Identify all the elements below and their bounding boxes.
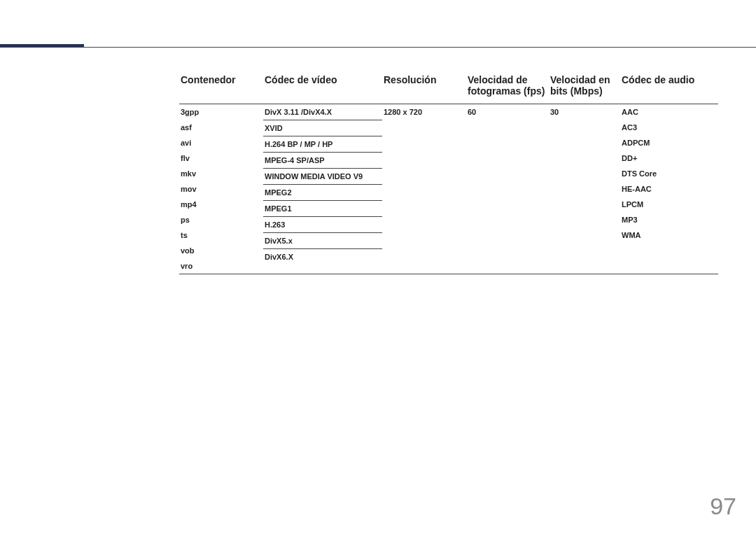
acodec-item: ADPCM [620, 135, 718, 150]
container-item: flv [179, 150, 263, 166]
container-item: mov [179, 181, 263, 197]
main-content: Contenedor Códec de vídeo Resolución Vel… [179, 70, 718, 274]
acodec-item: LPCM [620, 197, 718, 212]
container-item: avi [179, 135, 263, 150]
cell-containers: 3gpp asf avi flv mkv mov mp4 ps ts vob v… [179, 104, 263, 274]
vcodec-item: DivX5.x [263, 233, 382, 249]
acodec-item: MP3 [620, 212, 718, 227]
vcodec-item: DivX 3.11 /DivX4.X [263, 104, 382, 120]
header-rule [0, 47, 756, 48]
th-contenedor: Contenedor [179, 70, 263, 104]
vcodec-item: MPEG2 [263, 185, 382, 201]
vcodec-item: H.263 [263, 217, 382, 233]
cell-resolution: 1280 x 720 [382, 104, 466, 274]
codec-table: Contenedor Códec de vídeo Resolución Vel… [179, 70, 718, 274]
vcodec-item: MPEG1 [263, 201, 382, 217]
fps-value: 60 [466, 104, 549, 120]
th-mbps: Velocidad en bits (Mbps) [549, 70, 620, 104]
resolution-value: 1280 x 720 [382, 104, 466, 120]
vcodec-item: H.264 BP / MP / HP [263, 136, 382, 153]
cell-acodecs: AAC AC3 ADPCM DD+ DTS Core HE-AAC LPCM M… [620, 104, 718, 274]
vcodec-item: DivX6.X [263, 249, 382, 265]
cell-fps: 60 [466, 104, 549, 274]
container-item: ts [179, 227, 263, 243]
acodec-item: HE-AAC [620, 181, 718, 197]
container-item: 3gpp [179, 104, 263, 120]
page-number: 97 [710, 493, 736, 520]
container-item: vro [179, 258, 263, 274]
th-fps: Velocidad de fotogramas (fps) [466, 70, 549, 104]
th-codec-video: Códec de vídeo [263, 70, 382, 104]
acodec-item: DD+ [620, 150, 718, 166]
cell-vcodecs: DivX 3.11 /DivX4.X XVID H.264 BP / MP / … [263, 104, 382, 274]
container-item: vob [179, 243, 263, 258]
vcodec-item: XVID [263, 120, 382, 136]
vcodec-item: MPEG-4 SP/ASP [263, 153, 382, 169]
acodec-item: AAC [620, 104, 718, 120]
container-item: asf [179, 120, 263, 135]
th-codec-audio: Códec de audio [620, 70, 718, 104]
acodec-item: WMA [620, 227, 718, 243]
acodec-item: AC3 [620, 120, 718, 135]
vcodec-item: WINDOW MEDIA VIDEO V9 [263, 169, 382, 185]
table-row: 3gpp asf avi flv mkv mov mp4 ps ts vob v… [179, 104, 718, 274]
container-item: mkv [179, 166, 263, 181]
mbps-value: 30 [549, 104, 620, 120]
acodec-item: DTS Core [620, 166, 718, 181]
container-item: mp4 [179, 197, 263, 212]
cell-mbps: 30 [549, 104, 620, 274]
th-resolucion: Resolución [382, 70, 466, 104]
container-item: ps [179, 212, 263, 227]
